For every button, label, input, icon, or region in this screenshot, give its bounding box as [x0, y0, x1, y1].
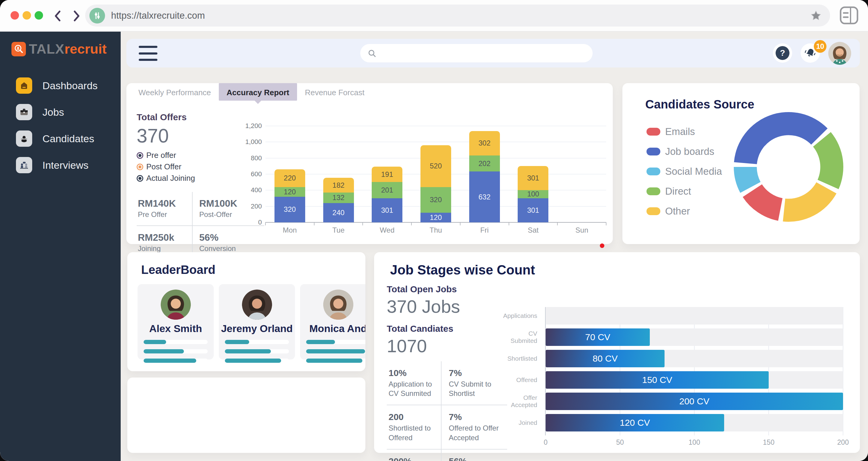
category-label: Applications	[500, 312, 541, 319]
donut-slice-direct	[813, 132, 843, 189]
sidebar-item-candidates[interactable]: Candidates	[0, 131, 121, 147]
window-close-button[interactable]	[10, 11, 19, 20]
progress-track	[225, 349, 289, 353]
bar-track-zone: 120 CV	[546, 414, 843, 431]
legend-label: Post Offer	[146, 162, 182, 171]
leaderboard-tile[interactable]: Jeremy Orland	[219, 284, 295, 359]
x-axis-tick-label: 200	[837, 438, 849, 446]
accuracy-report-card: Weekly Performance Accuracy Report Reven…	[126, 83, 613, 244]
total-candidates-label: Total Candiates	[387, 324, 507, 334]
progress-fill	[306, 358, 362, 363]
progress-fill	[225, 349, 271, 353]
sidebar-item-label: Jobs	[42, 106, 64, 118]
leaderboard-tile[interactable]: Monica And	[300, 284, 365, 359]
bar-slot-tue: 240132182	[314, 126, 363, 222]
stat-label: Post-Offer	[199, 210, 264, 219]
sidebar-item-label: Interviews	[42, 160, 89, 171]
search-bar[interactable]	[360, 44, 593, 62]
sidebar-item-dashboards[interactable]: Dashboards	[0, 78, 121, 94]
member-name: Monica And	[300, 323, 365, 335]
candidates-source-legend: Emails Job boards Social Media Direct Ot…	[647, 126, 722, 225]
x-axis-tick	[460, 222, 461, 225]
sidebar-item-interviews[interactable]: Interviews	[0, 157, 121, 173]
progress-fill	[144, 349, 184, 353]
app-topbar: ? 10	[126, 39, 860, 67]
legend-other: Other	[647, 205, 722, 217]
legend-swatch	[647, 188, 660, 195]
leaderboard-tile[interactable]: Alex Smith	[137, 284, 214, 359]
bar-slot-mon: 320120220	[266, 126, 314, 222]
sidebar-item-label: Dashboards	[42, 80, 97, 92]
bar-segment: 301	[372, 198, 402, 222]
job-stages-card: Job Stages wise Count Total Open Jobs 37…	[374, 252, 860, 453]
sidebar-item-jobs[interactable]: Jobs	[0, 104, 121, 120]
app-sidebar: TALXrecruit Dashboards Jobs Candidates	[0, 32, 121, 461]
legend-label: Social Media	[665, 166, 722, 177]
help-button[interactable]: ?	[773, 44, 792, 63]
job-stat-value: 7%	[449, 412, 504, 422]
progress-fill	[225, 340, 249, 344]
tab-accuracy-report[interactable]: Accuracy Report	[219, 83, 297, 100]
bar-segment: 100	[518, 190, 548, 198]
chevron-left-icon	[51, 9, 65, 23]
window-minimize-button[interactable]	[23, 11, 31, 20]
x-axis-tick-label: Thu	[430, 226, 442, 234]
progress-fill	[144, 358, 196, 363]
sidebar-item-label: Candidates	[42, 133, 94, 145]
brand-name-secondary: recruit	[64, 41, 106, 57]
total-offers-label: Total Offers	[137, 112, 264, 122]
bar: 80 CV	[546, 350, 664, 367]
bar-track-zone: 200 CV	[546, 393, 843, 410]
y-axis-tick-label: 800	[239, 154, 262, 162]
member-name: Alex Smith	[137, 323, 214, 335]
bar-track-zone: 80 CV	[546, 350, 843, 367]
brand-logo[interactable]: TALXrecruit	[0, 32, 121, 57]
job-stages-stats-grid: 10%Application to CV Sunmited7%CV Submit…	[387, 361, 507, 461]
bar: 150 CV	[546, 371, 769, 389]
hamburger-menu-icon[interactable]	[139, 46, 158, 61]
x-axis-tick-label: 100	[689, 438, 700, 446]
job-stat-cell: 200%Offer Accpted to Joined	[387, 450, 441, 461]
job-stat-cell: 56%Total Conversion	[441, 450, 507, 461]
legend-label: Direct	[665, 185, 691, 197]
forward-button[interactable]	[69, 9, 83, 23]
category-label: Offered	[500, 376, 541, 383]
bar: 200 CV	[546, 393, 843, 410]
legend-swatch	[647, 128, 660, 136]
tab-revenue-forcast[interactable]: Revenue Forcast	[297, 83, 372, 100]
browser-window: TALXrecruit Dashboards Jobs Candidates	[0, 0, 868, 461]
job-stages-title: Job Stages wise Count	[390, 262, 535, 278]
back-button[interactable]	[51, 9, 65, 23]
category-label: CV Submited	[500, 330, 541, 344]
bar-track-zone	[546, 307, 843, 324]
bookmark-star-icon[interactable]	[810, 10, 822, 21]
brand-logo-icon	[11, 42, 26, 56]
bar-segment: 120	[421, 213, 451, 222]
job-stat-value: 200%	[389, 456, 438, 461]
bar-columns: 3201202202401321823012011911203205206322…	[266, 126, 606, 222]
progress-track	[306, 349, 365, 353]
bar-slot-wed: 301201191	[363, 126, 411, 222]
job-stat-label: Application to CV Sunmited	[389, 379, 438, 398]
sidebar-toggle-icon[interactable]	[840, 6, 858, 24]
user-avatar[interactable]	[828, 42, 851, 65]
bar-row-cv-submited: CV Submited70 CV	[500, 328, 850, 346]
tab-weekly-performance[interactable]: Weekly Performance	[131, 83, 219, 100]
sidebar-nav: Dashboards Jobs Candidates Interviews	[0, 78, 121, 173]
progress-fill	[306, 349, 365, 353]
empty-card	[127, 378, 365, 453]
x-axis-tick-label: Mon	[283, 226, 297, 234]
member-avatar	[161, 290, 191, 320]
stat-value: 56%	[199, 232, 264, 243]
url-bar[interactable]	[85, 4, 830, 27]
candidates-source-donut-chart	[728, 107, 849, 227]
url-input[interactable]	[111, 10, 810, 21]
window-zoom-button[interactable]	[35, 11, 43, 20]
job-stat-cell: 7%Offered to Offer Accepted	[441, 405, 507, 449]
total-open-jobs-value: 370 Jobs	[387, 296, 507, 317]
search-input[interactable]	[381, 48, 585, 58]
stat-value: RM140K	[138, 198, 192, 209]
bar-segment: 201	[372, 182, 402, 198]
bar-row-offer-accepted: Offer Accepted200 CV	[500, 393, 850, 410]
job-stat-value: 200	[389, 412, 438, 422]
